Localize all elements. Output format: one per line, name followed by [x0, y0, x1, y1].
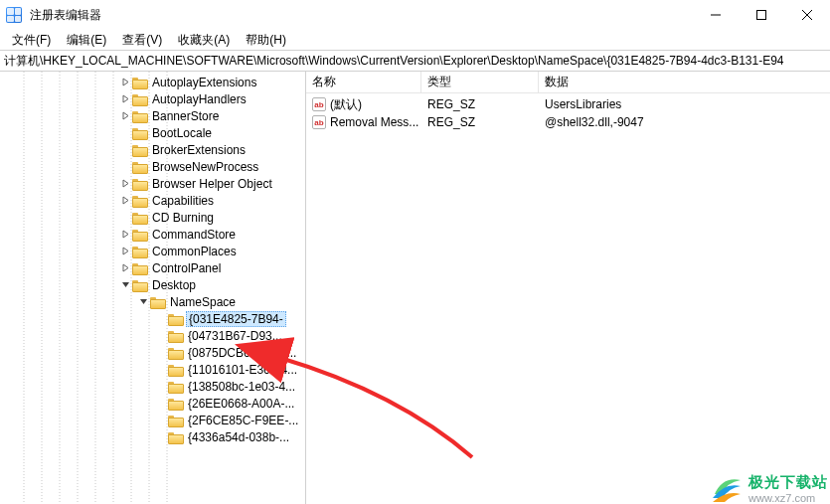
maximize-button[interactable] — [739, 0, 784, 30]
tree-item-label: {11016101-E366-4... — [188, 363, 297, 377]
folder-icon — [132, 109, 148, 123]
tree-item[interactable]: BrowseNewProcess — [0, 158, 305, 175]
folder-icon — [168, 329, 184, 343]
column-data[interactable]: 数据 — [539, 72, 830, 92]
tree-item[interactable]: {26EE0668-A00A-... — [0, 395, 305, 412]
tree-item-label: CD Burning — [152, 211, 214, 225]
folder-icon — [168, 346, 184, 360]
chevron-right-icon[interactable] — [119, 77, 131, 88]
tree-item-label: Capabilities — [152, 194, 214, 208]
tree-item-label: {138508bc-1e03-4... — [188, 380, 295, 394]
chevron-right-icon[interactable] — [119, 246, 131, 257]
tree-item[interactable]: NameSpace — [0, 293, 305, 310]
folder-icon — [132, 228, 148, 242]
chevron-right-icon[interactable] — [119, 262, 131, 274]
tree-item-label: ControlPanel — [152, 261, 221, 275]
tree-item-label: CommonPlaces — [152, 245, 237, 258]
chevron-right-icon[interactable] — [119, 110, 131, 122]
tree-item-label: Desktop — [152, 278, 196, 292]
tree-item[interactable]: CommonPlaces — [0, 243, 305, 259]
watermark: 极光下载站 www.xz7.com — [711, 472, 828, 504]
chevron-none — [155, 415, 167, 426]
tree-item[interactable]: Browser Helper Object — [0, 175, 305, 192]
tree-item-label: {2F6CE85C-F9EE-... — [188, 414, 298, 427]
tree-item-label: AutoplayExtensions — [152, 76, 256, 89]
tree-item[interactable]: {138508bc-1e03-4... — [0, 378, 305, 395]
folder-icon — [132, 194, 148, 208]
chevron-right-icon[interactable] — [119, 93, 131, 105]
chevron-none — [155, 330, 167, 342]
value-name: (默认) — [330, 96, 362, 113]
list-row[interactable]: ab(默认)REG_SZUsersLibraries — [306, 95, 830, 113]
column-name[interactable]: 名称 — [306, 72, 421, 92]
folder-icon — [132, 177, 148, 191]
list-row[interactable]: abRemoval Mess...REG_SZ@shell32.dll,-904… — [306, 113, 830, 131]
tree-item[interactable]: {031E4825-7B94- — [0, 310, 305, 327]
tree-item-label: Browser Helper Object — [152, 177, 272, 191]
menu-edit[interactable]: 编辑(E) — [59, 30, 114, 51]
window-title: 注册表编辑器 — [30, 7, 101, 24]
tree-item-label: BootLocale — [152, 126, 212, 140]
chevron-none — [119, 161, 131, 173]
tree-item[interactable]: Desktop — [0, 276, 305, 293]
tree-item-label: CommandStore — [152, 228, 236, 242]
folder-icon — [132, 76, 148, 89]
watermark-url: www.xz7.com — [748, 492, 828, 504]
watermark-logo-icon — [711, 472, 743, 504]
folder-icon — [168, 380, 184, 394]
tree-item[interactable]: CommandStore — [0, 226, 305, 243]
tree-item[interactable]: {04731B67-D93... — [0, 327, 305, 344]
address-bar[interactable]: 计算机\HKEY_LOCAL_MACHINE\SOFTWARE\Microsof… — [0, 50, 830, 72]
folder-icon — [168, 312, 184, 326]
chevron-right-icon[interactable] — [119, 178, 131, 190]
chevron-none — [155, 381, 167, 393]
tree-item[interactable]: {2F6CE85C-F9EE-... — [0, 412, 305, 428]
tree-pane[interactable]: AutoplayExtensionsAutoplayHandlersBanner… — [0, 72, 306, 504]
menu-view[interactable]: 查看(V) — [114, 30, 170, 51]
tree-item[interactable]: BannerStore — [0, 107, 305, 124]
tree-item[interactable]: BootLocale — [0, 124, 305, 141]
tree-item-label: NameSpace — [170, 295, 236, 309]
folder-icon — [132, 245, 148, 258]
chevron-right-icon[interactable] — [119, 229, 131, 241]
tree-item-label: {0875DCB6-C686-... — [188, 346, 296, 360]
menu-favorites[interactable]: 收藏夹(A) — [170, 30, 238, 51]
folder-icon — [132, 160, 148, 174]
minimize-button[interactable] — [693, 0, 739, 30]
tree-item[interactable]: AutoplayHandlers — [0, 90, 305, 107]
menu-help[interactable]: 帮助(H) — [238, 30, 294, 51]
tree-item[interactable]: CD Burning — [0, 209, 305, 226]
list-header: 名称 类型 数据 — [306, 72, 830, 93]
tree-item[interactable]: BrokerExtensions — [0, 141, 305, 158]
chevron-none — [119, 127, 131, 139]
value-name: Removal Mess... — [330, 115, 418, 129]
chevron-none — [155, 364, 167, 376]
tree-item[interactable]: Capabilities — [0, 192, 305, 209]
chevron-right-icon[interactable] — [119, 195, 131, 207]
folder-icon — [132, 92, 148, 106]
folder-icon — [168, 397, 184, 411]
tree-item[interactable]: ControlPanel — [0, 259, 305, 276]
folder-icon — [168, 430, 184, 444]
close-button[interactable] — [784, 0, 830, 30]
tree-item[interactable]: {11016101-E366-4... — [0, 361, 305, 378]
tree-item[interactable]: AutoplayExtensions — [0, 74, 305, 90]
tree-item-label: {031E4825-7B94- — [186, 311, 286, 327]
column-type[interactable]: 类型 — [421, 72, 539, 92]
values-pane[interactable]: 名称 类型 数据 ab(默认)REG_SZUsersLibrariesabRem… — [306, 72, 830, 504]
string-value-icon: ab — [312, 97, 326, 111]
folder-icon — [132, 261, 148, 275]
folder-icon — [132, 278, 148, 292]
folder-icon — [132, 143, 148, 157]
menubar: 文件(F) 编辑(E) 查看(V) 收藏夹(A) 帮助(H) — [0, 30, 830, 50]
chevron-down-icon[interactable] — [119, 279, 131, 291]
folder-icon — [132, 211, 148, 225]
tree-item[interactable]: {4336a54d-038b-... — [0, 428, 305, 445]
value-data: UsersLibraries — [539, 97, 830, 111]
chevron-down-icon[interactable] — [137, 296, 149, 308]
watermark-name: 极光下载站 — [748, 473, 828, 492]
string-value-icon: ab — [312, 115, 326, 129]
tree-item[interactable]: {0875DCB6-C686-... — [0, 344, 305, 361]
menu-file[interactable]: 文件(F) — [4, 30, 59, 51]
tree-item-label: {26EE0668-A00A-... — [188, 397, 294, 411]
